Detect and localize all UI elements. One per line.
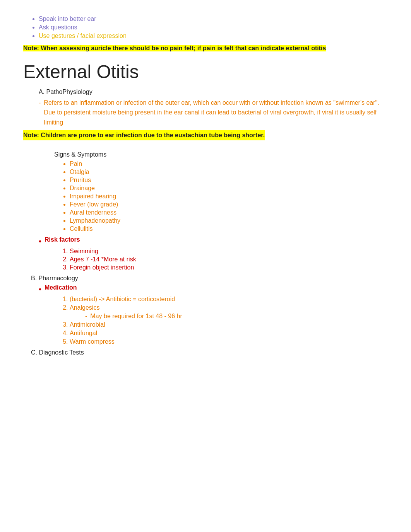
sign-drainage: Drainage [70, 185, 388, 192]
risk-bullet-dot: • [39, 236, 41, 246]
sign-pain: Pain [70, 160, 388, 167]
signs-symptoms-label: Signs & Symptoms [54, 151, 388, 158]
section-a-label: A. PathoPhysiology [39, 89, 388, 95]
sign-impaired-hearing: Impaired hearing [70, 193, 388, 200]
children-note: Note: Children are prone to ear infectio… [23, 130, 388, 143]
med-3-antimicrobial: Antimicrobial [70, 321, 388, 328]
risk-list: Swimming Ages 7 -14 *More at risk Foregi… [23, 248, 388, 271]
med-bullet-dot: • [39, 284, 41, 294]
sign-fever: Fever (low grade) [70, 201, 388, 208]
intro-note: Note: When assessing auricle there shoul… [23, 43, 388, 53]
analgesics-sub-dash: - May be required for 1st 48 - 96 hr [85, 313, 388, 320]
risk-ages: Ages 7 -14 *More at risk [70, 256, 388, 263]
section-c-label: C. Diagnostic Tests [31, 349, 388, 356]
intro-bullet-2: Ask questions [39, 24, 388, 31]
risk-foreign-object: Foregin object insertion [70, 264, 388, 271]
medication-item: • Medication [39, 284, 388, 294]
intro-bullet-1: Speak into better ear [39, 15, 388, 22]
section-b-label: B. Pharmacology [31, 275, 388, 282]
risk-swimming: Swimming [70, 248, 388, 255]
dash-symbol: - [39, 98, 41, 128]
signs-list: Pain Otalgia Pruritus Drainage Impaired … [23, 160, 388, 232]
med-2-analgesics: Analgesics - May be required for 1st 48 … [70, 304, 388, 320]
pathophysiology-description: - Refers to an inflammation or infection… [39, 98, 388, 128]
sub-dash-symbol: - [85, 313, 87, 320]
sign-lymphadenopathy: Lymphadenopathy [70, 217, 388, 224]
intro-bullet-3: Use gestures / facial expression [39, 32, 388, 39]
med-5-warm-compress: Warm compress [70, 338, 388, 345]
sign-aural-tenderness: Aural tenderness [70, 209, 388, 216]
sign-pruritus: Pruritus [70, 177, 388, 184]
med-4-antifungal: Antifungal [70, 330, 388, 337]
risk-factors-item: • Risk factors [39, 236, 388, 246]
sign-cellulitis: Cellulitis [70, 225, 388, 232]
main-title: External Otitis [23, 61, 388, 82]
sign-otalgia: Otalgia [70, 169, 388, 176]
medication-list: (bacterial) -> Antibiotic = corticostero… [23, 296, 388, 345]
intro-bullet-list: Speak into better ear Ask questions Use … [23, 15, 388, 39]
med-1-bacterial: (bacterial) -> Antibiotic = corticostero… [70, 296, 388, 303]
